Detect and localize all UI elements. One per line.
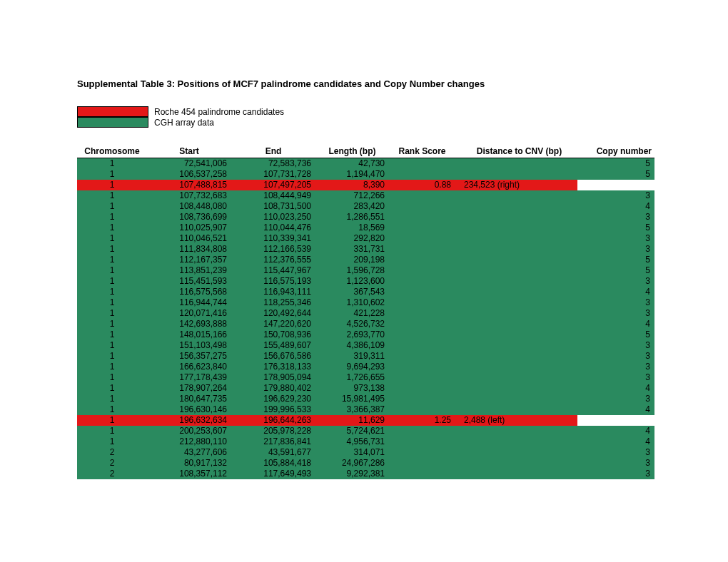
cell — [389, 265, 455, 276]
cell: 110,339,341 — [231, 233, 315, 244]
cell: 4,386,109 — [315, 340, 389, 351]
cell: 1 — [77, 212, 147, 223]
cell — [389, 426, 455, 436]
cell: 24,967,286 — [315, 458, 389, 469]
cell: 110,044,476 — [231, 223, 315, 233]
cell: 18,569 — [315, 223, 389, 233]
cell — [389, 201, 455, 212]
cell — [389, 233, 455, 244]
cell: 3 — [577, 372, 654, 383]
cell: 107,732,683 — [147, 190, 231, 201]
cell — [455, 340, 577, 351]
table-title: Supplemental Table 3: Positions of MCF7 … — [77, 78, 651, 89]
table-row: 1115,451,593116,575,1931,123,6003 — [77, 276, 654, 287]
cell: 196,644,263 — [231, 415, 315, 426]
cell: 3 — [577, 308, 654, 319]
cell: 108,448,080 — [147, 201, 231, 212]
table-row: 1116,944,744118,255,3461,310,6023 — [77, 297, 654, 308]
cell — [455, 233, 577, 244]
cell — [389, 319, 455, 329]
col-end: End — [231, 145, 315, 158]
cell: 2,693,770 — [315, 329, 389, 340]
cell: 176,318,133 — [231, 362, 315, 372]
table-row: 1156,357,275156,676,586319,3113 — [77, 351, 654, 362]
cell — [389, 383, 455, 394]
cell: 1,194,470 — [315, 169, 389, 180]
cell: 205,978,228 — [231, 426, 315, 436]
cell — [455, 244, 577, 255]
cell: 196,632,634 — [147, 415, 231, 426]
cell: 1 — [77, 372, 147, 383]
cell: 1,726,655 — [315, 372, 389, 383]
table-row: 2108,357,112117,649,4939,292,3813 — [77, 469, 654, 479]
cell: 4 — [577, 287, 654, 297]
cell: 112,167,357 — [147, 255, 231, 265]
cell: 4 — [577, 201, 654, 212]
cell: 105,884,418 — [231, 458, 315, 469]
cell: 3 — [577, 394, 654, 404]
cell: 1.25 — [389, 415, 455, 426]
cell: 3 — [577, 244, 654, 255]
cell: 3 — [577, 362, 654, 372]
cell — [455, 447, 577, 458]
cell: 142,693,888 — [147, 319, 231, 329]
cell: 179,880,402 — [231, 383, 315, 394]
cell: 319,311 — [315, 351, 389, 362]
cell: 4 — [577, 319, 654, 329]
cell: 1,596,728 — [315, 265, 389, 276]
cell: 3 — [577, 340, 654, 351]
cell — [455, 404, 577, 415]
cell: 156,676,586 — [231, 351, 315, 362]
cell — [389, 190, 455, 201]
cell — [389, 436, 455, 447]
cell: 120,492,644 — [231, 308, 315, 319]
cell: 117,649,493 — [231, 469, 315, 479]
cell: 3 — [577, 190, 654, 201]
cell: 155,489,607 — [231, 340, 315, 351]
cell: 1 — [77, 276, 147, 287]
cell: 1 — [77, 265, 147, 276]
cell — [455, 212, 577, 223]
cell — [455, 351, 577, 362]
cell: 1 — [77, 158, 147, 170]
cell — [455, 158, 577, 170]
cell: 3 — [577, 212, 654, 223]
table-row: 172,541,00672,583,73642,7305 — [77, 158, 654, 170]
cell: 1 — [77, 180, 147, 190]
cell: 314,071 — [315, 447, 389, 458]
cell: 973,138 — [315, 383, 389, 394]
table-row: 1148,015,166150,708,9362,693,7705 — [77, 329, 654, 340]
cell: 147,220,620 — [231, 319, 315, 329]
cell — [389, 169, 455, 180]
legend-label-green: CGH array data — [148, 118, 214, 128]
cell — [389, 404, 455, 415]
cell: 1,123,600 — [315, 276, 389, 287]
cell: 178,905,094 — [231, 372, 315, 383]
cell — [455, 426, 577, 436]
cell: 199,996,533 — [231, 404, 315, 415]
cell: 3 — [577, 276, 654, 287]
cell: 112,166,539 — [231, 244, 315, 255]
cell: 110,046,521 — [147, 233, 231, 244]
cell: 234,523 (right) — [455, 180, 577, 190]
cell: 331,731 — [315, 244, 389, 255]
cell: 1 — [77, 297, 147, 308]
cell: 2 — [77, 469, 147, 479]
cell: 9,694,293 — [315, 362, 389, 372]
cell — [455, 319, 577, 329]
cell: 0.88 — [389, 180, 455, 190]
cell — [389, 244, 455, 255]
cell: 4 — [577, 404, 654, 415]
cell: 4 — [577, 436, 654, 447]
cell: 3 — [577, 458, 654, 469]
table-row: 1177,178,439178,905,0941,726,6553 — [77, 372, 654, 383]
cell: 4 — [577, 426, 654, 436]
data-table: Chromosome Start End Length (bp) Rank Sc… — [77, 145, 654, 479]
table-row: 1110,025,907110,044,47618,5695 — [77, 223, 654, 233]
cell: 115,451,593 — [147, 276, 231, 287]
cell: 107,488,815 — [147, 180, 231, 190]
cell: 42,730 — [315, 158, 389, 170]
table-row: 1113,851,239115,447,9671,596,7285 — [77, 265, 654, 276]
cell: 178,907,264 — [147, 383, 231, 394]
cell: 283,420 — [315, 201, 389, 212]
